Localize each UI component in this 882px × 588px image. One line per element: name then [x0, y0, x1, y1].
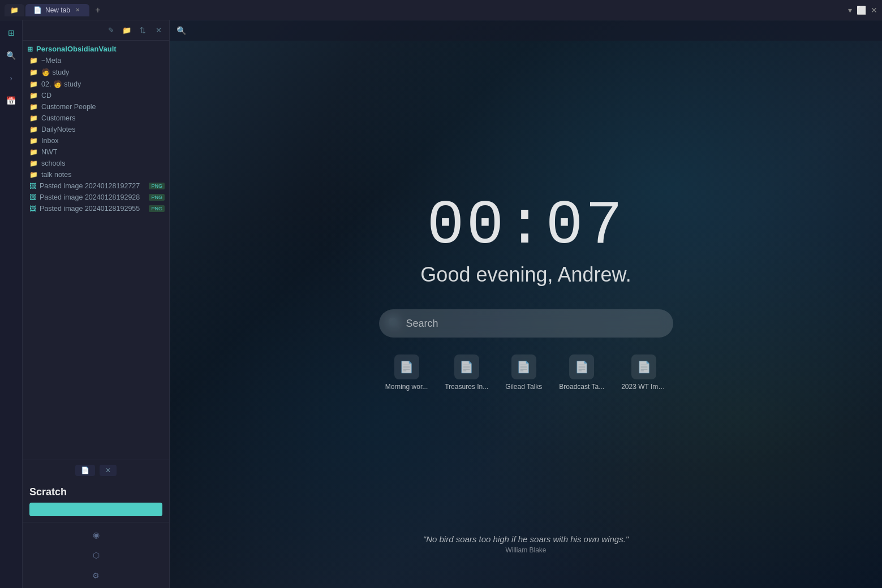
window-controls: ▾ ⬜ ✕: [848, 6, 877, 15]
close-window-icon[interactable]: ✕: [871, 6, 877, 15]
sidebar-icon-rail: ⊞ 🔍 › 📅: [0, 20, 23, 588]
folder-schools[interactable]: 📁 schools: [23, 158, 169, 169]
treasures-label: Treasures In...: [445, 383, 488, 391]
new-folder-button[interactable]: 📁: [121, 24, 133, 37]
folder-icon-nwt: 📁: [29, 148, 38, 156]
graph-view-icon[interactable]: ◉: [88, 527, 104, 543]
new-tab-content: 🔍 00:07 Good evening, Andrew. 🔍 📄 Mornin…: [170, 20, 882, 588]
calendar-nav-icon[interactable]: 📅: [3, 93, 19, 109]
plugins-icon[interactable]: ⬡: [88, 547, 104, 563]
folder-customer-people[interactable]: 📁 Customer People: [23, 101, 169, 113]
quick-link-gilead[interactable]: 📄 Gilead Talks: [505, 354, 542, 391]
folder-label: talk notes: [41, 171, 72, 179]
folder-meta[interactable]: 📁 ~Meta: [23, 55, 169, 66]
clock: 00:07: [328, 195, 724, 257]
search-nav-icon[interactable]: 🔍: [3, 47, 19, 63]
file-pasted-3[interactable]: 🖼 Pasted image 20240128192955 PNG: [23, 203, 169, 214]
expand-nav-icon[interactable]: ›: [3, 70, 19, 86]
folder-study2[interactable]: 📁 02. 🧑 study: [23, 78, 169, 90]
quick-link-treasures[interactable]: 📄 Treasures In...: [445, 354, 488, 391]
new-note-button[interactable]: 📄: [75, 465, 95, 476]
files-nav-icon[interactable]: ⊞: [3, 25, 19, 41]
tab-files[interactable]: 📁: [5, 4, 24, 16]
bottom-toolbar: 📄 ✕: [23, 460, 169, 481]
folder-icon-dailynotes: 📁: [29, 126, 38, 133]
new-tab-center: 00:07 Good evening, Andrew. 🔍 📄 Morning …: [328, 195, 724, 413]
folder-icon-meta: 📁: [29, 57, 38, 64]
png-badge-2: PNG: [149, 194, 165, 201]
folder-label: schools: [41, 159, 65, 167]
wt-file-icon: 📄: [631, 354, 656, 379]
tab-label: New tab: [45, 6, 70, 14]
edit-note-button[interactable]: ✎: [105, 24, 117, 37]
quick-link-morning[interactable]: 📄 Morning wor...: [385, 354, 428, 391]
tab-group: 📁 📄 New tab ✕ +: [5, 3, 105, 18]
quick-links: 📄 Morning wor... 📄 Treasures In... 📄 Gil…: [328, 354, 724, 391]
folder-icon-study2: 📁: [29, 80, 38, 88]
folder-cd[interactable]: 📁 CD: [23, 90, 169, 101]
folder-label: NWT: [41, 148, 57, 156]
folder-talk-notes[interactable]: 📁 talk notes: [23, 169, 169, 180]
tab-page-icon: 📄: [33, 6, 42, 14]
file-icon-png1: 🖼: [29, 182, 36, 190]
gilead-label: Gilead Talks: [505, 383, 542, 391]
main-search-input[interactable]: [379, 309, 673, 338]
file-pasted-1[interactable]: 🖼 Pasted image 20240128192727 PNG: [23, 180, 169, 192]
folder-icon-study1: 📁: [29, 68, 38, 76]
note-icon: 📄: [81, 466, 89, 474]
quote-section: "No bird soars too high if he soars with…: [328, 534, 724, 554]
folder-study1[interactable]: 📁 🧑 study: [23, 66, 169, 78]
folder-label: 🧑 study: [41, 68, 69, 76]
vault-icon: ⊞: [27, 45, 33, 53]
close-sidebar-button[interactable]: ✕: [152, 24, 165, 37]
folder-icon-schools: 📁: [29, 159, 38, 167]
folder-icon-customers: 📁: [29, 114, 38, 122]
dropdown-icon[interactable]: ▾: [848, 6, 852, 15]
title-bar: 📁 📄 New tab ✕ + ▾ ⬜ ✕: [0, 0, 882, 20]
gilead-file-icon: 📄: [511, 354, 536, 379]
morning-label: Morning wor...: [385, 383, 428, 391]
file-tree: ⊞ PersonalObsidianVault 📁 ~Meta 📁 🧑 stud…: [23, 41, 169, 460]
tab-new-tab[interactable]: 📄 New tab ✕: [25, 4, 89, 16]
quote-author: William Blake: [328, 546, 724, 554]
png-badge-1: PNG: [149, 183, 165, 189]
folder-icon-talk-notes: 📁: [29, 171, 38, 179]
folder-customers[interactable]: 📁 Customers: [23, 113, 169, 124]
close-button[interactable]: ✕: [100, 465, 117, 476]
folder-label: DailyNotes: [41, 126, 75, 133]
quick-link-wt[interactable]: 📄 2023 WT Ima...: [621, 354, 666, 391]
vault-root[interactable]: ⊞ PersonalObsidianVault: [23, 43, 169, 55]
settings-icon[interactable]: ⚙: [88, 568, 104, 583]
folder-icon-cd: 📁: [29, 92, 38, 100]
file-icon-png3: 🖼: [29, 205, 36, 213]
scratch-input[interactable]: [29, 503, 162, 516]
quote-text: "No bird soars too high if he soars with…: [328, 534, 724, 544]
tab-close-button[interactable]: ✕: [74, 6, 81, 14]
treasures-file-icon: 📄: [454, 354, 479, 379]
folder-label: 02. 🧑 study: [41, 80, 81, 88]
sort-button[interactable]: ⇅: [136, 24, 149, 37]
folder-inbox[interactable]: 📁 Inbox: [23, 135, 169, 146]
close-icon: ✕: [105, 466, 111, 474]
png-badge-3: PNG: [149, 205, 165, 212]
search-container: 🔍: [379, 309, 673, 338]
new-tab-url-bar: 🔍: [170, 20, 882, 41]
broadcast-label: Broadcast Ta...: [559, 383, 604, 391]
maximize-icon[interactable]: ⬜: [857, 6, 866, 15]
folder-label: CD: [41, 92, 51, 100]
folder-dailynotes[interactable]: 📁 DailyNotes: [23, 124, 169, 135]
sidebar-bottom: 📄 ✕ Scratch ◉ ⬡ ⚙: [23, 460, 169, 588]
scratch-title: Scratch: [29, 486, 162, 498]
folder-nwt[interactable]: 📁 NWT: [23, 146, 169, 158]
new-tab-button[interactable]: +: [91, 3, 105, 18]
scratch-section: Scratch: [23, 481, 169, 522]
quick-link-broadcast[interactable]: 📄 Broadcast Ta...: [559, 354, 604, 391]
vault-name: PersonalObsidianVault: [36, 45, 117, 53]
url-search-icon: 🔍: [177, 26, 186, 35]
file-pasted-2[interactable]: 🖼 Pasted image 20240128192928 PNG: [23, 192, 169, 203]
folder-label: Customers: [41, 114, 75, 122]
folder-label: ~Meta: [41, 57, 61, 64]
sidebar-toolbar: ✎ 📁 ⇅ ✕: [23, 20, 169, 41]
broadcast-file-icon: 📄: [569, 354, 594, 379]
folder-icon: 📁: [10, 6, 19, 14]
